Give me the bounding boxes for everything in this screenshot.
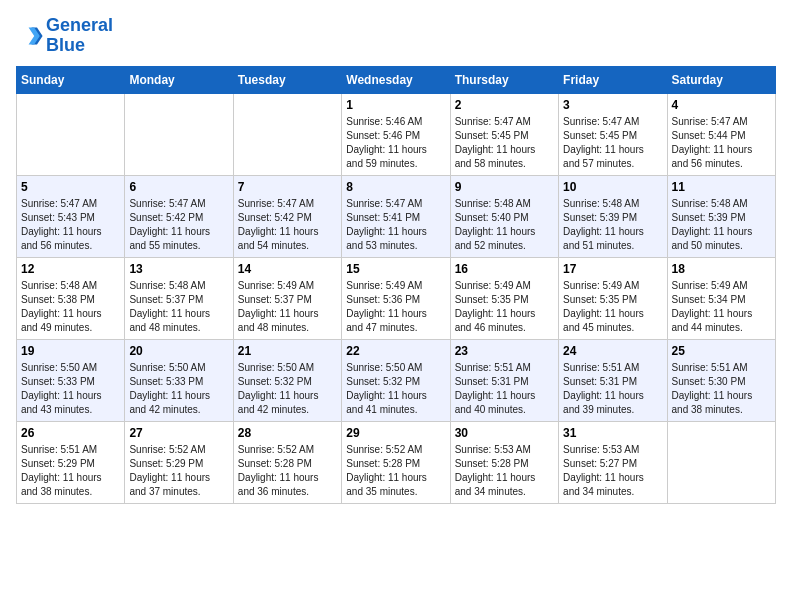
- day-info: Sunrise: 5:51 AMSunset: 5:31 PMDaylight:…: [455, 361, 554, 417]
- day-number: 5: [21, 180, 120, 194]
- day-number: 10: [563, 180, 662, 194]
- day-info: Sunrise: 5:50 AMSunset: 5:33 PMDaylight:…: [129, 361, 228, 417]
- calendar-cell: [667, 421, 775, 503]
- calendar-cell: [17, 93, 125, 175]
- calendar-cell: 10 Sunrise: 5:48 AMSunset: 5:39 PMDaylig…: [559, 175, 667, 257]
- day-info: Sunrise: 5:48 AMSunset: 5:39 PMDaylight:…: [672, 197, 771, 253]
- calendar-week-row: 26 Sunrise: 5:51 AMSunset: 5:29 PMDaylig…: [17, 421, 776, 503]
- calendar-cell: 7 Sunrise: 5:47 AMSunset: 5:42 PMDayligh…: [233, 175, 341, 257]
- day-info: Sunrise: 5:51 AMSunset: 5:29 PMDaylight:…: [21, 443, 120, 499]
- calendar-cell: [233, 93, 341, 175]
- calendar-cell: 22 Sunrise: 5:50 AMSunset: 5:32 PMDaylig…: [342, 339, 450, 421]
- day-number: 22: [346, 344, 445, 358]
- calendar-cell: 6 Sunrise: 5:47 AMSunset: 5:42 PMDayligh…: [125, 175, 233, 257]
- day-info: Sunrise: 5:49 AMSunset: 5:35 PMDaylight:…: [563, 279, 662, 335]
- day-number: 23: [455, 344, 554, 358]
- day-info: Sunrise: 5:53 AMSunset: 5:28 PMDaylight:…: [455, 443, 554, 499]
- calendar-table: SundayMondayTuesdayWednesdayThursdayFrid…: [16, 66, 776, 504]
- day-number: 12: [21, 262, 120, 276]
- weekday-header: Tuesday: [233, 66, 341, 93]
- logo-icon: [16, 22, 44, 50]
- day-info: Sunrise: 5:50 AMSunset: 5:32 PMDaylight:…: [346, 361, 445, 417]
- calendar-cell: 21 Sunrise: 5:50 AMSunset: 5:32 PMDaylig…: [233, 339, 341, 421]
- day-info: Sunrise: 5:49 AMSunset: 5:34 PMDaylight:…: [672, 279, 771, 335]
- day-info: Sunrise: 5:51 AMSunset: 5:30 PMDaylight:…: [672, 361, 771, 417]
- day-number: 29: [346, 426, 445, 440]
- day-number: 9: [455, 180, 554, 194]
- day-info: Sunrise: 5:48 AMSunset: 5:38 PMDaylight:…: [21, 279, 120, 335]
- calendar-week-row: 1 Sunrise: 5:46 AMSunset: 5:46 PMDayligh…: [17, 93, 776, 175]
- calendar-cell: 4 Sunrise: 5:47 AMSunset: 5:44 PMDayligh…: [667, 93, 775, 175]
- logo: General Blue: [16, 16, 113, 56]
- day-number: 15: [346, 262, 445, 276]
- day-number: 20: [129, 344, 228, 358]
- calendar-cell: 19 Sunrise: 5:50 AMSunset: 5:33 PMDaylig…: [17, 339, 125, 421]
- day-info: Sunrise: 5:49 AMSunset: 5:36 PMDaylight:…: [346, 279, 445, 335]
- calendar-cell: 16 Sunrise: 5:49 AMSunset: 5:35 PMDaylig…: [450, 257, 558, 339]
- weekday-header-row: SundayMondayTuesdayWednesdayThursdayFrid…: [17, 66, 776, 93]
- calendar-cell: 17 Sunrise: 5:49 AMSunset: 5:35 PMDaylig…: [559, 257, 667, 339]
- calendar-cell: 5 Sunrise: 5:47 AMSunset: 5:43 PMDayligh…: [17, 175, 125, 257]
- calendar-cell: 13 Sunrise: 5:48 AMSunset: 5:37 PMDaylig…: [125, 257, 233, 339]
- calendar-cell: 29 Sunrise: 5:52 AMSunset: 5:28 PMDaylig…: [342, 421, 450, 503]
- calendar-week-row: 19 Sunrise: 5:50 AMSunset: 5:33 PMDaylig…: [17, 339, 776, 421]
- weekday-header: Friday: [559, 66, 667, 93]
- day-number: 27: [129, 426, 228, 440]
- day-number: 28: [238, 426, 337, 440]
- calendar-cell: 2 Sunrise: 5:47 AMSunset: 5:45 PMDayligh…: [450, 93, 558, 175]
- calendar-cell: 9 Sunrise: 5:48 AMSunset: 5:40 PMDayligh…: [450, 175, 558, 257]
- calendar-cell: 31 Sunrise: 5:53 AMSunset: 5:27 PMDaylig…: [559, 421, 667, 503]
- day-number: 2: [455, 98, 554, 112]
- weekday-header: Saturday: [667, 66, 775, 93]
- day-number: 14: [238, 262, 337, 276]
- day-info: Sunrise: 5:46 AMSunset: 5:46 PMDaylight:…: [346, 115, 445, 171]
- calendar-cell: 8 Sunrise: 5:47 AMSunset: 5:41 PMDayligh…: [342, 175, 450, 257]
- calendar-cell: 18 Sunrise: 5:49 AMSunset: 5:34 PMDaylig…: [667, 257, 775, 339]
- day-info: Sunrise: 5:47 AMSunset: 5:43 PMDaylight:…: [21, 197, 120, 253]
- day-number: 30: [455, 426, 554, 440]
- page-header: General Blue: [16, 16, 776, 56]
- day-number: 17: [563, 262, 662, 276]
- calendar-week-row: 5 Sunrise: 5:47 AMSunset: 5:43 PMDayligh…: [17, 175, 776, 257]
- day-info: Sunrise: 5:48 AMSunset: 5:40 PMDaylight:…: [455, 197, 554, 253]
- day-number: 21: [238, 344, 337, 358]
- weekday-header: Monday: [125, 66, 233, 93]
- day-number: 19: [21, 344, 120, 358]
- day-number: 3: [563, 98, 662, 112]
- calendar-week-row: 12 Sunrise: 5:48 AMSunset: 5:38 PMDaylig…: [17, 257, 776, 339]
- calendar-cell: 11 Sunrise: 5:48 AMSunset: 5:39 PMDaylig…: [667, 175, 775, 257]
- day-info: Sunrise: 5:49 AMSunset: 5:37 PMDaylight:…: [238, 279, 337, 335]
- weekday-header: Thursday: [450, 66, 558, 93]
- calendar-cell: 25 Sunrise: 5:51 AMSunset: 5:30 PMDaylig…: [667, 339, 775, 421]
- calendar-cell: 24 Sunrise: 5:51 AMSunset: 5:31 PMDaylig…: [559, 339, 667, 421]
- day-info: Sunrise: 5:47 AMSunset: 5:42 PMDaylight:…: [238, 197, 337, 253]
- day-info: Sunrise: 5:50 AMSunset: 5:33 PMDaylight:…: [21, 361, 120, 417]
- day-info: Sunrise: 5:52 AMSunset: 5:28 PMDaylight:…: [346, 443, 445, 499]
- calendar-cell: 1 Sunrise: 5:46 AMSunset: 5:46 PMDayligh…: [342, 93, 450, 175]
- day-info: Sunrise: 5:47 AMSunset: 5:44 PMDaylight:…: [672, 115, 771, 171]
- logo-text: General Blue: [46, 16, 113, 56]
- day-info: Sunrise: 5:50 AMSunset: 5:32 PMDaylight:…: [238, 361, 337, 417]
- day-number: 18: [672, 262, 771, 276]
- calendar-cell: 14 Sunrise: 5:49 AMSunset: 5:37 PMDaylig…: [233, 257, 341, 339]
- calendar-cell: 27 Sunrise: 5:52 AMSunset: 5:29 PMDaylig…: [125, 421, 233, 503]
- day-number: 1: [346, 98, 445, 112]
- day-number: 11: [672, 180, 771, 194]
- day-number: 8: [346, 180, 445, 194]
- day-info: Sunrise: 5:47 AMSunset: 5:45 PMDaylight:…: [455, 115, 554, 171]
- day-info: Sunrise: 5:49 AMSunset: 5:35 PMDaylight:…: [455, 279, 554, 335]
- day-number: 24: [563, 344, 662, 358]
- day-number: 16: [455, 262, 554, 276]
- day-number: 26: [21, 426, 120, 440]
- calendar-cell: 23 Sunrise: 5:51 AMSunset: 5:31 PMDaylig…: [450, 339, 558, 421]
- day-info: Sunrise: 5:52 AMSunset: 5:29 PMDaylight:…: [129, 443, 228, 499]
- day-number: 6: [129, 180, 228, 194]
- day-info: Sunrise: 5:47 AMSunset: 5:42 PMDaylight:…: [129, 197, 228, 253]
- calendar-cell: 15 Sunrise: 5:49 AMSunset: 5:36 PMDaylig…: [342, 257, 450, 339]
- day-info: Sunrise: 5:47 AMSunset: 5:41 PMDaylight:…: [346, 197, 445, 253]
- day-number: 25: [672, 344, 771, 358]
- day-number: 7: [238, 180, 337, 194]
- calendar-cell: 26 Sunrise: 5:51 AMSunset: 5:29 PMDaylig…: [17, 421, 125, 503]
- day-info: Sunrise: 5:47 AMSunset: 5:45 PMDaylight:…: [563, 115, 662, 171]
- day-number: 31: [563, 426, 662, 440]
